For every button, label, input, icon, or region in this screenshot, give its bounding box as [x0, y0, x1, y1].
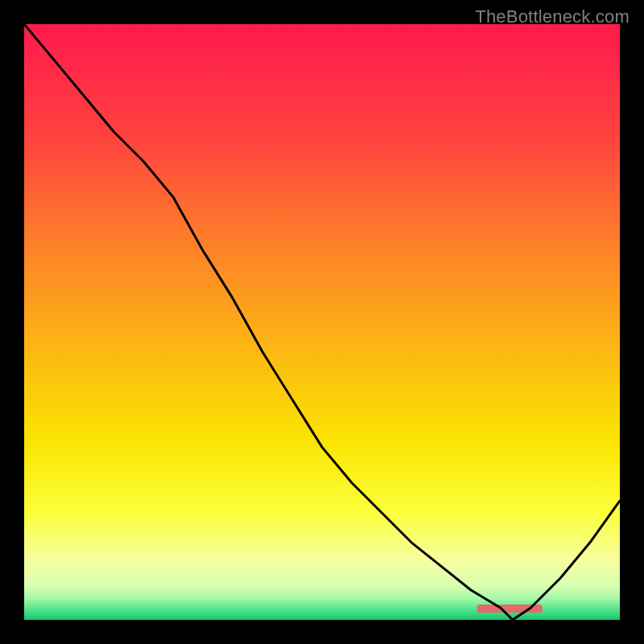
plot-area [24, 24, 620, 620]
gradient-fill [24, 24, 620, 620]
chart-svg [24, 24, 620, 620]
chart-stage: TheBottleneck.com [0, 0, 644, 644]
watermark-label: TheBottleneck.com [475, 6, 630, 27]
